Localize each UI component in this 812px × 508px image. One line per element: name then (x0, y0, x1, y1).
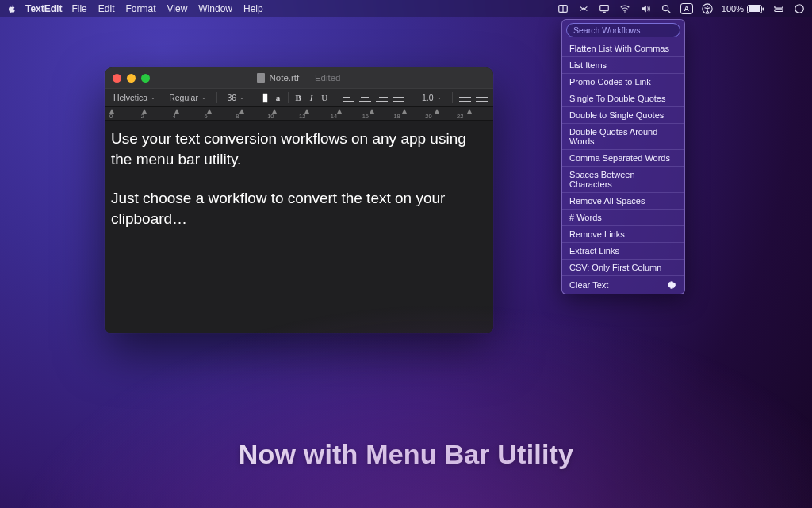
menu-file[interactable]: File (71, 3, 86, 14)
menu-help[interactable]: Help (243, 3, 263, 14)
underline-button[interactable]: U (321, 93, 327, 102)
window-zoom-button[interactable] (141, 74, 150, 83)
svg-point-14 (795, 5, 804, 13)
workflow-item[interactable]: Remove Links (562, 225, 684, 242)
workflows-search-input[interactable] (566, 23, 680, 37)
textedit-ruler[interactable]: 0 2 4 6 8 10 12 14 16 18 20 22 (105, 107, 493, 121)
workflow-item-label: Double Quotes Around Words (569, 127, 677, 146)
workflow-item-label: Flatten List With Commas (569, 44, 669, 53)
workflow-item[interactable]: Comma Separated Words (562, 149, 684, 166)
wifi-icon[interactable] (619, 2, 631, 15)
sound-icon[interactable] (639, 2, 652, 15)
ruler-mark: 0 (109, 113, 141, 120)
menubar-status-area: A 100% (557, 2, 806, 15)
ruler-mark: 18 (393, 113, 425, 120)
workflow-item-label: List Items (569, 60, 607, 70)
workflow-item-label: # Words (569, 213, 602, 222)
workflow-item[interactable]: Remove All Spaces (562, 192, 684, 209)
line-spacing-value: 1.0 (422, 93, 434, 102)
workflow-item-label: Extract Links (569, 246, 619, 256)
font-family-select[interactable]: Helvetica ⌄ (110, 92, 159, 103)
window-title: Note.rtf — Edited (105, 73, 493, 83)
display-icon[interactable] (598, 2, 611, 15)
ruler-mark: 14 (331, 113, 362, 120)
svg-point-8 (707, 6, 708, 7)
workflow-item-label: Single To Double Quotes (569, 94, 666, 103)
apple-menu-icon[interactable] (6, 4, 17, 13)
workflow-item[interactable]: List Items (562, 56, 684, 73)
indent-button[interactable] (476, 94, 488, 102)
ruler-mark: 10 (267, 113, 299, 120)
workflow-item[interactable]: Extract Links (562, 242, 684, 259)
siri-icon[interactable] (793, 2, 806, 15)
workflow-item[interactable]: Double Quotes Around Words (562, 123, 684, 149)
align-center-button[interactable] (359, 94, 371, 102)
document-edited-suffix: — Edited (303, 73, 340, 83)
svg-rect-13 (775, 10, 783, 12)
spotlight-icon[interactable] (660, 2, 672, 15)
window-titlebar[interactable]: Note.rtf — Edited (105, 67, 493, 88)
marketing-headline: Now with Menu Bar Utility (0, 439, 812, 470)
font-size-value: 36 (227, 93, 236, 102)
workflow-item[interactable]: CSV: Only First Column (562, 259, 684, 275)
list-button[interactable] (459, 94, 471, 102)
menu-format[interactable]: Format (125, 3, 155, 14)
ruler-mark: 12 (299, 113, 331, 120)
svg-line-6 (668, 10, 671, 13)
workflow-item[interactable]: Clear Text (562, 275, 684, 294)
menubar-extra-icon-2[interactable] (577, 2, 590, 15)
macos-menubar: TextEdit File Edit Format View Window He… (0, 0, 812, 17)
battery-status[interactable]: 100% (722, 4, 764, 13)
active-app-name[interactable]: TextEdit (25, 3, 62, 14)
ruler-mark: 20 (425, 113, 457, 120)
accessibility-icon[interactable] (701, 2, 714, 15)
text-color-swatch[interactable] (262, 93, 268, 103)
workflow-item-label: Remove Links (569, 229, 625, 239)
workflows-panel: Flatten List With Commas List Items Prom… (561, 19, 685, 294)
bold-button[interactable]: B (296, 93, 301, 102)
document-paragraph: Just choose a workflow to convert the te… (111, 188, 487, 229)
chevron-down-icon: ⌄ (437, 94, 442, 101)
workflow-item[interactable]: Promo Codes to Link (562, 73, 684, 90)
workflow-item[interactable]: # Words (562, 209, 684, 225)
workflow-item[interactable]: Double to Single Quotes (562, 106, 684, 123)
textedit-window: Note.rtf — Edited Helvetica ⌄ Regular ⌄ … (105, 67, 493, 333)
battery-percent: 100% (722, 4, 744, 13)
ruler-mark: 22 (457, 113, 488, 120)
menu-window[interactable]: Window (198, 3, 232, 14)
align-left-button[interactable] (343, 94, 354, 102)
text-color-icon[interactable]: a (275, 93, 281, 102)
control-center-icon[interactable] (772, 2, 785, 15)
workflow-item-label: CSV: Only First Column (569, 263, 661, 272)
font-size-select[interactable]: 36 ⌄ (224, 92, 247, 103)
workflows-settings-icon[interactable] (666, 279, 677, 291)
window-close-button[interactable] (113, 74, 121, 83)
menubar-extra-icon-1[interactable] (557, 2, 569, 15)
window-minimize-button[interactable] (127, 74, 136, 83)
svg-point-5 (662, 6, 668, 11)
italic-button[interactable]: I (308, 93, 314, 102)
chevron-down-icon: ⌄ (151, 94, 155, 101)
textedit-toolbar: Helvetica ⌄ Regular ⌄ 36 ⌄ a B I U 1.0 ⌄ (105, 88, 493, 107)
align-right-button[interactable] (376, 94, 388, 102)
workflow-item[interactable]: Flatten List With Commas (562, 40, 684, 56)
input-source-icon[interactable]: A (680, 3, 693, 14)
svg-rect-11 (763, 7, 764, 10)
font-style-select[interactable]: Regular ⌄ (166, 92, 209, 103)
workflow-item[interactable]: Single To Double Quotes (562, 90, 684, 106)
workflow-item-label: Double to Single Quotes (569, 110, 664, 120)
document-body[interactable]: Use your text conversion workflows on an… (105, 121, 493, 333)
document-filename: Note.rtf (269, 73, 299, 83)
workflow-item[interactable]: Spaces Between Characters (562, 166, 684, 192)
line-spacing-select[interactable]: 1.0 ⌄ (419, 92, 445, 103)
menu-edit[interactable]: Edit (98, 3, 115, 14)
chevron-down-icon: ⌄ (239, 94, 244, 101)
ruler-mark: 4 (173, 113, 205, 120)
workflow-item-label: Remove All Spaces (569, 196, 645, 206)
align-justify-button[interactable] (393, 94, 404, 102)
workflow-item-label: Comma Separated Words (569, 153, 670, 163)
document-icon (257, 73, 265, 83)
menu-view[interactable]: View (167, 3, 188, 14)
document-paragraph: Use your text conversion workflows on an… (111, 129, 487, 169)
ruler-mark: 8 (236, 113, 267, 120)
